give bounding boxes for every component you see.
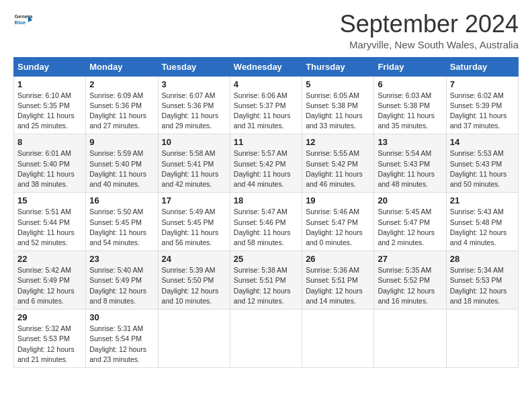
day-info: Sunrise: 5:59 AMSunset: 5:40 PMDaylight:… <box>89 148 154 189</box>
calendar-cell: 24Sunrise: 5:39 AMSunset: 5:50 PMDayligh… <box>158 251 230 310</box>
calendar-cell: 8Sunrise: 6:01 AMSunset: 5:40 PMDaylight… <box>14 134 86 193</box>
day-info: Sunrise: 5:54 AMSunset: 5:43 PMDaylight:… <box>378 148 442 189</box>
day-info: Sunrise: 5:55 AMSunset: 5:42 PMDaylight:… <box>306 148 370 189</box>
day-number: 27 <box>378 254 442 264</box>
calendar-cell: 3Sunrise: 6:07 AMSunset: 5:36 PMDaylight… <box>158 76 230 134</box>
day-info: Sunrise: 6:01 AMSunset: 5:40 PMDaylight:… <box>17 148 82 189</box>
calendar-cell: 23Sunrise: 5:40 AMSunset: 5:49 PMDayligh… <box>86 251 158 310</box>
day-info: Sunrise: 5:40 AMSunset: 5:49 PMDaylight:… <box>89 265 154 306</box>
day-info: Sunrise: 5:42 AMSunset: 5:49 PMDaylight:… <box>17 265 82 306</box>
calendar-cell: 27Sunrise: 5:35 AMSunset: 5:52 PMDayligh… <box>374 251 446 310</box>
calendar-cell: 26Sunrise: 5:36 AMSunset: 5:51 PMDayligh… <box>302 251 374 310</box>
day-info: Sunrise: 6:09 AMSunset: 5:36 PMDaylight:… <box>89 91 154 132</box>
day-number: 12 <box>306 137 370 147</box>
day-info: Sunrise: 5:35 AMSunset: 5:52 PMDaylight:… <box>378 265 442 306</box>
col-friday: Friday <box>374 57 446 76</box>
location: Maryville, New South Wales, Australia <box>340 39 519 50</box>
calendar-cell: 7Sunrise: 6:02 AMSunset: 5:39 PMDaylight… <box>446 76 518 134</box>
day-number: 22 <box>17 254 82 264</box>
day-number: 1 <box>17 79 82 89</box>
calendar-cell: 15Sunrise: 5:51 AMSunset: 5:44 PMDayligh… <box>14 193 86 251</box>
day-info: Sunrise: 5:49 AMSunset: 5:45 PMDaylight:… <box>162 207 226 248</box>
day-number: 3 <box>162 79 226 89</box>
day-number: 13 <box>378 137 442 147</box>
day-number: 16 <box>89 195 154 205</box>
day-number: 18 <box>234 195 298 205</box>
day-info: Sunrise: 6:05 AMSunset: 5:38 PMDaylight:… <box>306 91 370 132</box>
day-info: Sunrise: 5:45 AMSunset: 5:47 PMDaylight:… <box>378 207 442 248</box>
calendar-cell: 29Sunrise: 5:32 AMSunset: 5:53 PMDayligh… <box>14 310 86 368</box>
day-number: 30 <box>89 312 154 322</box>
day-number: 26 <box>306 254 370 264</box>
day-info: Sunrise: 5:47 AMSunset: 5:46 PMDaylight:… <box>234 207 298 248</box>
calendar-cell: 11Sunrise: 5:57 AMSunset: 5:42 PMDayligh… <box>230 134 302 193</box>
day-info: Sunrise: 5:46 AMSunset: 5:47 PMDaylight:… <box>306 207 370 248</box>
day-info: Sunrise: 5:38 AMSunset: 5:51 PMDaylight:… <box>234 265 298 306</box>
calendar-cell: 12Sunrise: 5:55 AMSunset: 5:42 PMDayligh… <box>302 134 374 193</box>
day-number: 19 <box>306 195 370 205</box>
day-info: Sunrise: 5:31 AMSunset: 5:54 PMDaylight:… <box>89 324 154 365</box>
day-number: 14 <box>450 137 515 147</box>
day-number: 8 <box>17 137 82 147</box>
day-info: Sunrise: 5:53 AMSunset: 5:43 PMDaylight:… <box>450 148 515 189</box>
day-info: Sunrise: 6:02 AMSunset: 5:39 PMDaylight:… <box>450 91 515 132</box>
col-saturday: Saturday <box>446 57 518 76</box>
day-number: 10 <box>162 137 226 147</box>
day-number: 20 <box>378 195 442 205</box>
day-number: 29 <box>17 312 82 322</box>
calendar-cell: 6Sunrise: 6:03 AMSunset: 5:38 PMDaylight… <box>374 76 446 134</box>
day-info: Sunrise: 5:43 AMSunset: 5:48 PMDaylight:… <box>450 207 515 248</box>
calendar-cell: 4Sunrise: 6:06 AMSunset: 5:37 PMDaylight… <box>230 76 302 134</box>
day-number: 15 <box>17 195 82 205</box>
calendar-cell: 14Sunrise: 5:53 AMSunset: 5:43 PMDayligh… <box>446 134 518 193</box>
calendar-cell: 10Sunrise: 5:58 AMSunset: 5:41 PMDayligh… <box>158 134 230 193</box>
col-tuesday: Tuesday <box>158 57 230 76</box>
calendar-cell: 21Sunrise: 5:43 AMSunset: 5:48 PMDayligh… <box>446 193 518 251</box>
calendar-cell: 25Sunrise: 5:38 AMSunset: 5:51 PMDayligh… <box>230 251 302 310</box>
day-info: Sunrise: 5:58 AMSunset: 5:41 PMDaylight:… <box>162 148 226 189</box>
day-number: 7 <box>450 79 515 89</box>
day-info: Sunrise: 5:36 AMSunset: 5:51 PMDaylight:… <box>306 265 370 306</box>
day-info: Sunrise: 6:06 AMSunset: 5:37 PMDaylight:… <box>234 91 298 132</box>
calendar-week-1: 1Sunrise: 6:10 AMSunset: 5:35 PMDaylight… <box>14 76 519 134</box>
calendar-cell: 16Sunrise: 5:50 AMSunset: 5:45 PMDayligh… <box>86 193 158 251</box>
calendar-cell: 1Sunrise: 6:10 AMSunset: 5:35 PMDaylight… <box>14 76 86 134</box>
calendar-week-2: 8Sunrise: 6:01 AMSunset: 5:40 PMDaylight… <box>14 134 519 193</box>
day-info: Sunrise: 5:50 AMSunset: 5:45 PMDaylight:… <box>89 207 154 248</box>
calendar-week-4: 22Sunrise: 5:42 AMSunset: 5:49 PMDayligh… <box>14 251 519 310</box>
calendar-cell: 17Sunrise: 5:49 AMSunset: 5:45 PMDayligh… <box>158 193 230 251</box>
calendar-cell: 20Sunrise: 5:45 AMSunset: 5:47 PMDayligh… <box>374 193 446 251</box>
calendar-week-3: 15Sunrise: 5:51 AMSunset: 5:44 PMDayligh… <box>14 193 519 251</box>
col-wednesday: Wednesday <box>230 57 302 76</box>
calendar-table: Sunday Monday Tuesday Wednesday Thursday… <box>13 57 519 368</box>
day-number: 25 <box>234 254 298 264</box>
col-thursday: Thursday <box>302 57 374 76</box>
calendar-cell: 18Sunrise: 5:47 AMSunset: 5:46 PMDayligh… <box>230 193 302 251</box>
calendar-cell: 19Sunrise: 5:46 AMSunset: 5:47 PMDayligh… <box>302 193 374 251</box>
day-number: 6 <box>378 79 442 89</box>
day-info: Sunrise: 5:34 AMSunset: 5:53 PMDaylight:… <box>450 265 515 306</box>
calendar-header-row: Sunday Monday Tuesday Wednesday Thursday… <box>14 57 519 76</box>
day-number: 23 <box>89 254 154 264</box>
col-monday: Monday <box>86 57 158 76</box>
day-number: 17 <box>162 195 226 205</box>
calendar-cell <box>230 310 302 368</box>
calendar-cell: 2Sunrise: 6:09 AMSunset: 5:36 PMDaylight… <box>86 76 158 134</box>
month-title: September 2024 <box>340 11 519 38</box>
calendar-cell: 5Sunrise: 6:05 AMSunset: 5:38 PMDaylight… <box>302 76 374 134</box>
logo: General Blue <box>13 11 32 30</box>
title-block: September 2024 Maryville, New South Wale… <box>340 11 519 50</box>
svg-text:Blue: Blue <box>15 19 27 26</box>
day-number: 9 <box>89 137 154 147</box>
day-number: 2 <box>89 79 154 89</box>
calendar-cell <box>158 310 230 368</box>
calendar-cell: 9Sunrise: 5:59 AMSunset: 5:40 PMDaylight… <box>86 134 158 193</box>
day-info: Sunrise: 5:39 AMSunset: 5:50 PMDaylight:… <box>162 265 226 306</box>
calendar-cell: 28Sunrise: 5:34 AMSunset: 5:53 PMDayligh… <box>446 251 518 310</box>
calendar-cell <box>446 310 518 368</box>
calendar-week-5: 29Sunrise: 5:32 AMSunset: 5:53 PMDayligh… <box>14 310 519 368</box>
calendar-cell <box>374 310 446 368</box>
day-info: Sunrise: 6:03 AMSunset: 5:38 PMDaylight:… <box>378 91 442 132</box>
col-sunday: Sunday <box>14 57 86 76</box>
calendar-cell <box>302 310 374 368</box>
